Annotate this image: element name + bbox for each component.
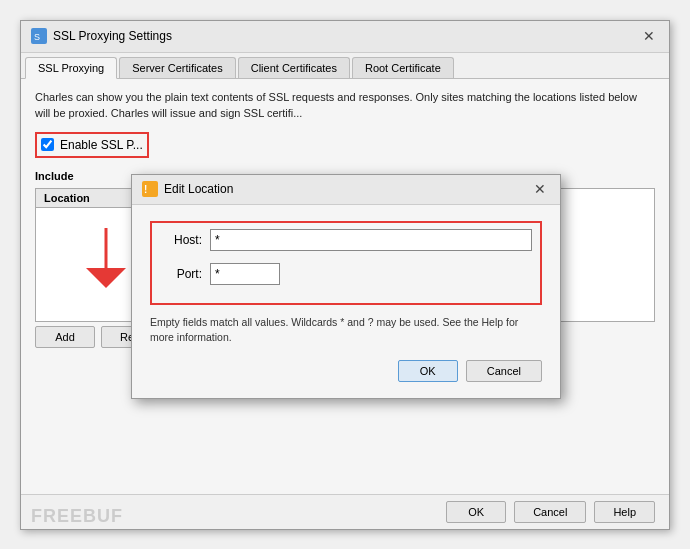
dialog-ok-button[interactable]: OK bbox=[398, 360, 458, 382]
tab-root-certificate[interactable]: Root Certificate bbox=[352, 57, 454, 78]
tabs-bar: SSL Proxying Server Certificates Client … bbox=[21, 53, 669, 79]
svg-text:S: S bbox=[34, 32, 40, 42]
window-title: SSL Proxying Settings bbox=[53, 29, 172, 43]
dialog-overlay: ! Edit Location ✕ Host: bbox=[21, 79, 669, 494]
dialog-title: Edit Location bbox=[164, 182, 233, 196]
main-ok-button[interactable]: OK bbox=[446, 501, 506, 523]
title-bar: S SSL Proxying Settings ✕ bbox=[21, 21, 669, 53]
port-label: Port: bbox=[160, 267, 210, 281]
title-bar-left: S SSL Proxying Settings bbox=[31, 28, 172, 44]
app-icon: S bbox=[31, 28, 47, 44]
close-button[interactable]: ✕ bbox=[639, 28, 659, 44]
main-cancel-button[interactable]: Cancel bbox=[514, 501, 586, 523]
fields-highlight-box: Host: Port: bbox=[150, 221, 542, 305]
edit-location-dialog: ! Edit Location ✕ Host: bbox=[131, 174, 561, 400]
watermark: FREEBUF bbox=[31, 506, 123, 527]
dialog-cancel-button[interactable]: Cancel bbox=[466, 360, 542, 382]
dialog-help-text: Empty fields match all values. Wildcards… bbox=[150, 315, 542, 347]
host-field-row: Host: bbox=[160, 229, 532, 251]
tab-client-certificates[interactable]: Client Certificates bbox=[238, 57, 350, 78]
dialog-title-bar: ! Edit Location ✕ bbox=[132, 175, 560, 205]
host-label: Host: bbox=[160, 233, 210, 247]
main-window: S SSL Proxying Settings ✕ SSL Proxying S… bbox=[20, 20, 670, 530]
content-area: Charles can show you the plain text cont… bbox=[21, 79, 669, 494]
tab-server-certificates[interactable]: Server Certificates bbox=[119, 57, 235, 78]
dialog-close-button[interactable]: ✕ bbox=[530, 181, 550, 197]
main-help-button[interactable]: Help bbox=[594, 501, 655, 523]
tab-ssl-proxying[interactable]: SSL Proxying bbox=[25, 57, 117, 79]
dialog-title-left: ! Edit Location bbox=[142, 181, 233, 197]
port-input[interactable] bbox=[210, 263, 280, 285]
port-field-row: Port: bbox=[160, 263, 532, 285]
dialog-button-row: OK Cancel bbox=[150, 360, 542, 382]
svg-text:!: ! bbox=[144, 184, 147, 195]
host-input[interactable] bbox=[210, 229, 532, 251]
dialog-icon: ! bbox=[142, 181, 158, 197]
dialog-content: Host: Port: Empty fields match all value… bbox=[132, 205, 560, 399]
